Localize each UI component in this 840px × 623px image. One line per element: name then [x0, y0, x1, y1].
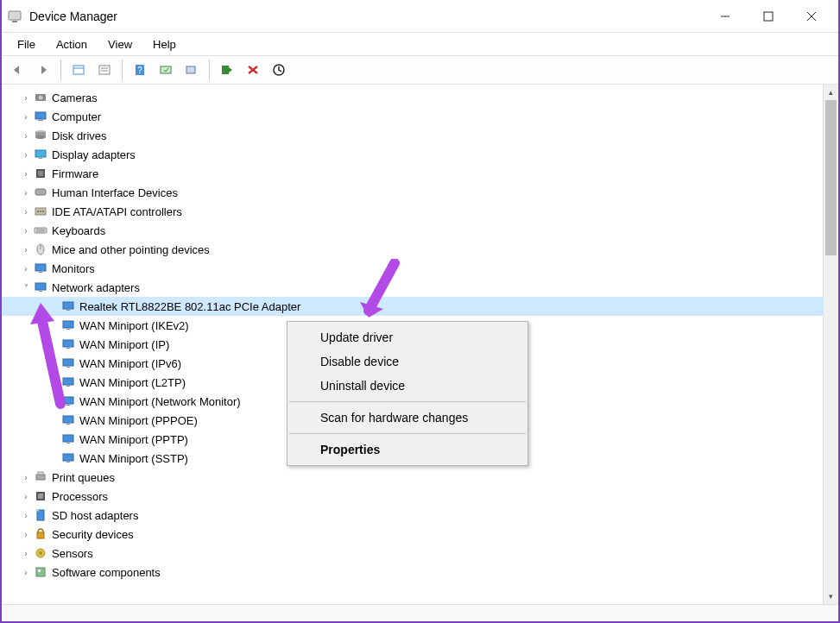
expander-icon[interactable]: ˅ — [19, 283, 33, 293]
svg-rect-54 — [63, 397, 73, 404]
svg-rect-71 — [38, 570, 41, 572]
network-adapter-icon — [60, 356, 76, 370]
svg-rect-52 — [63, 378, 73, 385]
tree-category[interactable]: ›Mice and other pointing devices — [2, 240, 823, 259]
scan-button[interactable] — [154, 59, 178, 81]
svg-rect-65 — [38, 494, 43, 499]
tree-category[interactable]: ›Monitors — [2, 259, 823, 278]
expander-icon[interactable]: › — [19, 511, 33, 520]
expander-icon[interactable]: › — [19, 264, 33, 274]
tree-category[interactable]: ›Security devices — [2, 525, 823, 544]
help-button[interactable]: ? — [128, 59, 152, 81]
ctx-properties[interactable]: Properties — [287, 437, 527, 462]
tree-category[interactable]: ›Firmware — [2, 164, 823, 183]
tree-category[interactable]: ›Disk drives — [2, 126, 823, 145]
svg-rect-44 — [63, 302, 73, 309]
tree-category[interactable]: ›Human Interface Devices — [2, 183, 823, 202]
tree-category[interactable]: ›Software components — [2, 563, 823, 582]
expander-icon[interactable]: › — [19, 150, 33, 160]
expander-icon[interactable]: › — [19, 169, 33, 179]
scrollbar[interactable]: ▴ ▾ — [823, 85, 838, 604]
tree-category[interactable]: ›Display adapters — [2, 145, 823, 164]
svg-rect-21 — [35, 112, 46, 119]
ctx-disable-device[interactable]: Disable device — [287, 349, 527, 374]
menu-help[interactable]: Help — [144, 36, 185, 53]
expander-icon[interactable]: › — [19, 530, 33, 539]
svg-rect-35 — [35, 228, 47, 233]
svg-rect-22 — [38, 120, 43, 121]
svg-rect-56 — [63, 416, 73, 423]
sensor-icon — [33, 546, 48, 560]
expander-icon[interactable]: › — [19, 207, 33, 217]
svg-rect-47 — [66, 329, 70, 330]
maximize-button[interactable] — [747, 3, 790, 30]
monitor-icon — [33, 261, 48, 275]
svg-rect-49 — [66, 348, 70, 349]
svg-rect-59 — [66, 443, 70, 444]
menu-action[interactable]: Action — [47, 36, 96, 53]
expander-icon[interactable]: › — [19, 245, 33, 255]
svg-point-69 — [39, 551, 42, 555]
minimize-button[interactable] — [704, 3, 747, 30]
category-label: Network adapters — [52, 281, 140, 294]
tree-category[interactable]: ›Processors — [2, 487, 823, 506]
expander-icon[interactable]: › — [19, 131, 33, 141]
show-hidden-button[interactable] — [66, 59, 91, 81]
expander-icon[interactable]: › — [19, 568, 33, 577]
ctx-scan-hardware[interactable]: Scan for hardware changes — [287, 406, 527, 430]
expander-icon[interactable]: › — [19, 473, 33, 482]
device-label: WAN Miniport (PPPOE) — [79, 414, 198, 427]
network-adapter-icon — [60, 432, 76, 446]
expander-icon[interactable]: › — [19, 112, 33, 122]
tree-category[interactable]: ›Print queues — [2, 468, 823, 487]
ctx-update-driver[interactable]: Update driver — [287, 325, 527, 349]
svg-rect-57 — [66, 424, 70, 425]
ctx-uninstall-device[interactable]: Uninstall device — [287, 374, 527, 398]
category-label: Keyboards — [52, 224, 105, 237]
expander-icon[interactable]: › — [19, 226, 33, 236]
tree-category[interactable]: ›IDE ATA/ATAPI controllers — [2, 202, 823, 221]
svg-rect-26 — [35, 150, 46, 157]
tree-category[interactable]: ›Sensors — [2, 544, 823, 563]
category-label: Display adapters — [52, 148, 136, 161]
tree-category[interactable]: ›SD host adapters — [2, 506, 823, 525]
expander-icon[interactable]: › — [19, 549, 33, 558]
update-driver-button[interactable] — [180, 59, 204, 81]
network-adapter-icon — [60, 318, 76, 332]
keyboard-icon — [33, 223, 48, 237]
tree-category[interactable]: ›Computer — [2, 107, 823, 126]
sd-icon — [33, 508, 48, 522]
expander-icon[interactable]: › — [19, 93, 33, 103]
svg-rect-29 — [38, 171, 43, 176]
scroll-down-icon[interactable]: ▾ — [824, 588, 838, 604]
menu-file[interactable]: File — [9, 36, 44, 53]
disable-button[interactable] — [267, 59, 291, 81]
computer-icon — [33, 110, 48, 123]
expander-icon[interactable]: › — [19, 492, 33, 501]
svg-rect-60 — [63, 454, 73, 461]
menu-view[interactable]: View — [99, 36, 141, 53]
expander-icon[interactable]: › — [19, 188, 33, 198]
forward-button[interactable] — [31, 59, 55, 81]
svg-point-25 — [35, 135, 46, 139]
scroll-thumb[interactable] — [825, 100, 837, 255]
cpu-icon — [33, 489, 48, 503]
scroll-up-icon[interactable]: ▴ — [824, 85, 838, 100]
enable-button[interactable] — [215, 59, 239, 81]
tree-category[interactable]: ›Cameras — [2, 88, 823, 107]
properties-button[interactable] — [92, 59, 117, 81]
svg-rect-62 — [36, 475, 45, 480]
disk-icon — [33, 129, 48, 142]
svg-rect-58 — [63, 435, 73, 442]
tree-category[interactable]: ›Keyboards — [2, 221, 823, 240]
network-adapter-icon — [60, 337, 76, 351]
category-label: Sensors — [52, 547, 93, 560]
back-button[interactable] — [5, 59, 29, 81]
tree-category[interactable]: ˅Network adapters — [2, 278, 823, 297]
svg-rect-63 — [38, 472, 43, 475]
close-button[interactable] — [790, 3, 833, 30]
tree-device[interactable]: Realtek RTL8822BE 802.11ac PCIe Adapter — [2, 297, 823, 316]
uninstall-button[interactable] — [241, 59, 265, 81]
svg-rect-13 — [161, 66, 171, 73]
category-label: Processors — [52, 490, 108, 503]
